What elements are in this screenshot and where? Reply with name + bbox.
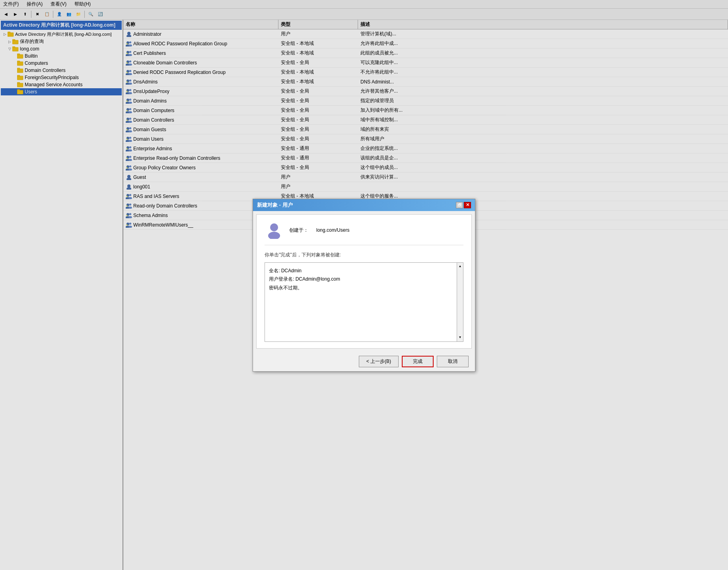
user-avatar: [265, 221, 284, 240]
dialog-title: 新建对象 - 用户: [257, 202, 293, 209]
svg-point-115: [268, 232, 280, 239]
dialog-header-row: 创建于： long.com/Users: [265, 221, 463, 245]
dialog-overlay: 新建对象 - 用户 🗗 ✕ 创建于：: [0, 0, 728, 570]
scrollbar-up[interactable]: ▲: [459, 264, 462, 269]
dialog-content-area: 创建于： long.com/Users 你单击"完成"后，下列对象将被创建: 全…: [256, 214, 472, 349]
new-user-dialog: 新建对象 - 用户 🗗 ✕ 创建于：: [253, 199, 475, 372]
finish-button[interactable]: 完成: [402, 356, 434, 367]
back-button[interactable]: < 上一步(B): [359, 356, 399, 367]
full-name-line: 全名: DCAdmin: [269, 267, 459, 275]
created-at-label: 创建于： long.com/Users: [289, 227, 349, 233]
login-line: 用户登录名: DCAdmin@long.com: [269, 275, 459, 284]
scrollbar-down[interactable]: ▼: [459, 335, 462, 340]
dialog-titlebar: 新建对象 - 用户 🗗 ✕: [253, 199, 475, 211]
dialog-info-box: 全名: DCAdmin 用户登录名: DCAdmin@long.com 密码永不…: [265, 262, 463, 342]
dialog-close-button[interactable]: ✕: [464, 202, 471, 208]
password-line: 密码永不过期。: [269, 284, 459, 293]
dialog-titlebar-buttons: 🗗 ✕: [456, 202, 471, 208]
dialog-location: 创建于： long.com/Users: [289, 227, 349, 234]
dialog-footer: < 上一步(B) 完成 取消: [253, 352, 475, 371]
dialog-restore-button[interactable]: 🗗: [456, 202, 463, 208]
dialog-info-label: 你单击"完成"后，下列对象将被创建:: [265, 252, 463, 258]
svg-point-114: [270, 223, 278, 231]
cancel-button[interactable]: 取消: [437, 356, 469, 367]
location-value: long.com/Users: [316, 227, 349, 233]
